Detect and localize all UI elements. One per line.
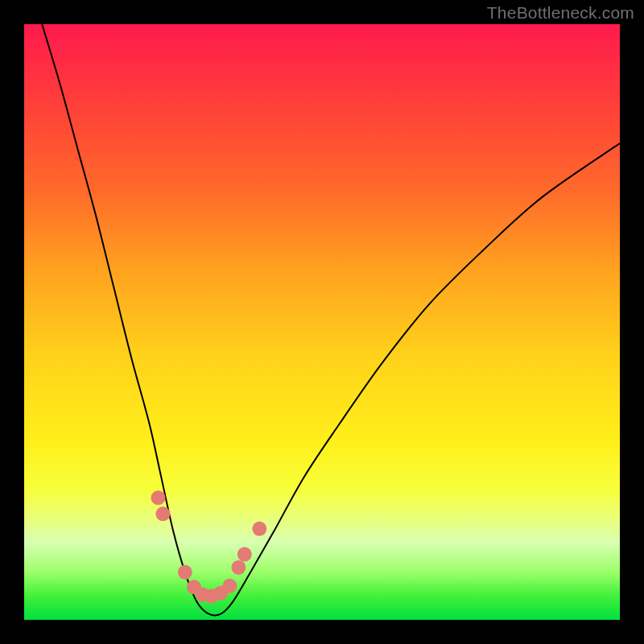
watermark-text: TheBottleneck.com — [487, 3, 634, 23]
data-marker — [231, 560, 246, 575]
plot-area — [24, 24, 620, 620]
data-marker — [237, 547, 252, 562]
curve-layer — [24, 24, 620, 620]
data-marker — [151, 490, 166, 505]
data-marker — [252, 522, 266, 536]
data-marker — [155, 506, 170, 521]
data-marker — [178, 565, 192, 580]
bottleneck-curve — [42, 24, 620, 615]
chart-frame: TheBottleneck.com — [0, 0, 644, 644]
data-marker — [222, 579, 237, 593]
